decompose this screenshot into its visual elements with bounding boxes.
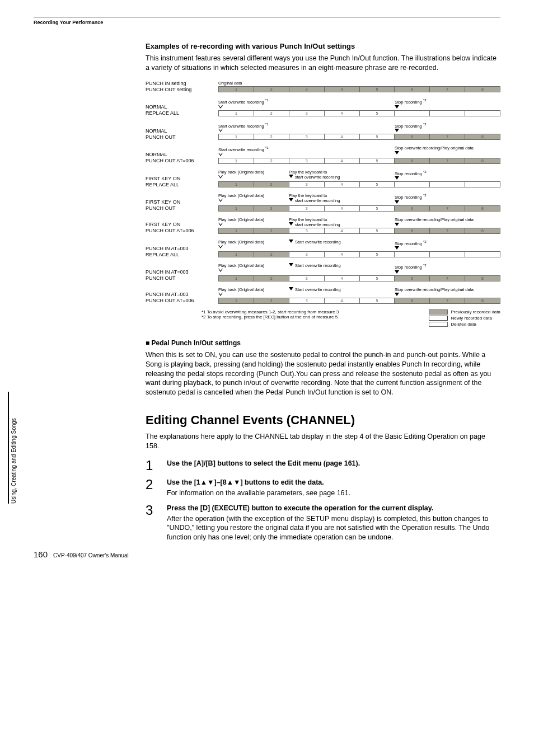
sup: *2 (423, 170, 427, 173)
triangle-down-icon (218, 269, 223, 272)
cap: Start overwrite recording (295, 240, 341, 245)
cap: Stop recording (395, 265, 422, 270)
legend-new-swatch (429, 316, 448, 321)
triangle-down-icon (289, 240, 293, 243)
cap: Stop recording (395, 123, 422, 128)
step3-title: Press the [D] (EXECUTE) button to execut… (167, 504, 500, 513)
legend-prev: Previously recorded data (451, 309, 501, 314)
track-row6: 12345678 (218, 228, 500, 234)
cap: Stop recording (395, 241, 422, 246)
legend-del-swatch (429, 322, 448, 327)
triangle-down-icon (395, 270, 399, 274)
cap: Stop recording (395, 195, 422, 200)
r6-l1: FIRST KEY ON (146, 222, 180, 227)
triangle-down-icon (218, 293, 223, 296)
r6-l2: PUNCH OUT AT=006 (146, 228, 194, 233)
r2-l1: NORMAL (146, 128, 167, 134)
triangle-down-icon (395, 151, 399, 154)
triangle-down-icon (395, 293, 399, 296)
triangle-down-icon (395, 129, 399, 132)
r8-l1: PUNCH IN AT=003 (146, 269, 189, 275)
triangle-down-icon (395, 176, 399, 180)
cap: Play the keyboard to (289, 170, 327, 175)
r7-l2: REPLACE ALL (146, 252, 179, 257)
original-label: Original data (218, 81, 242, 86)
cap: Stop overwrite recording/Play original d… (395, 217, 474, 222)
r1-l2: REPLACE ALL (146, 110, 179, 116)
side-tab-text: Using, Creating and Editing Songs (11, 418, 17, 504)
triangle-down-icon (289, 222, 293, 226)
triangle-down-icon (218, 153, 223, 156)
track-row3: 12345678 (218, 158, 500, 164)
page-number: 160 (34, 550, 48, 559)
cap: Start overwrite recording (218, 147, 264, 152)
pedal-title: ■ Pedal Punch In/Out settings (146, 339, 500, 347)
channel-intro: The explanations here apply to the CHANN… (146, 432, 500, 451)
r9-l1: PUNCH IN AT=003 (146, 292, 189, 297)
r4-l2: REPLACE ALL (146, 182, 179, 187)
triangle-down-icon (218, 245, 223, 248)
intro-body: This instrument features several differe… (146, 54, 500, 73)
triangle-down-icon (218, 199, 223, 202)
punch-diagram: PUNCH IN setting PUNCH OUT setting Origi… (146, 81, 500, 328)
cap: Start overwrite recording (295, 263, 341, 268)
cap: Start overwrite recording (218, 123, 264, 128)
cap: start overwrite recording (295, 175, 340, 180)
step3-body: After the operation (with the exception … (167, 514, 500, 543)
track-original: 12345678 (218, 86, 500, 92)
r2-l2: PUNCH OUT (146, 134, 176, 140)
triangle-down-icon (289, 175, 293, 178)
cap: start overwrite recording (295, 222, 340, 227)
sup: *2 (423, 193, 427, 197)
track-row2: 12345678 (218, 134, 500, 140)
triangle-down-icon (289, 198, 293, 201)
sup: *2 (423, 122, 427, 126)
r3-l2: PUNCH OUT AT=006 (146, 158, 194, 163)
step2-body: For information on the available paramet… (167, 489, 500, 498)
sup: *1 (265, 98, 269, 102)
cap: Start overwrite recording (218, 100, 264, 105)
triangle-down-icon (218, 129, 223, 132)
cap: Play back (Original data) (218, 287, 264, 292)
r5-l2: PUNCH OUT (146, 205, 176, 211)
cap: Play back (Original data) (218, 240, 264, 245)
step1-num: 1 (146, 459, 157, 472)
cap: Start overwrite recording (295, 287, 341, 292)
triangle-down-icon (395, 105, 399, 109)
cap: start overwrite recording (295, 198, 340, 203)
cap: Play back (Original data) (218, 217, 264, 222)
r7-l1: PUNCH IN AT=003 (146, 246, 189, 251)
step1-title: Use the [A]/[B] buttons to select the Ed… (167, 459, 500, 468)
track-row5: 12345678 (218, 205, 500, 212)
triangle-down-icon (289, 287, 293, 290)
pedal-body: When this is set to ON, you can use the … (146, 350, 500, 397)
triangle-down-icon (395, 246, 399, 250)
legend-new: Newly recorded data (451, 316, 492, 321)
dia-col-label1: PUNCH IN setting (146, 81, 186, 86)
footnote1: *1 To avoid overwriting measures 1-2, st… (202, 309, 406, 314)
cap: Stop recording (395, 171, 422, 176)
legend-del: Deleted data (451, 322, 476, 327)
sup: *1 (265, 145, 269, 149)
cap: Stop overwrite recording/Play original d… (395, 145, 474, 151)
track-row1: 12345 (218, 110, 500, 116)
cap: Stop recording (395, 100, 422, 105)
running-header: Recording Your Performance (34, 20, 500, 25)
manual-name: CVP-409/407 Owner's Manual (53, 552, 129, 558)
footnote2: *2 To stop recording, press the [REC] bu… (202, 314, 406, 320)
intro-title: Examples of re-recording with various Pu… (146, 42, 500, 50)
sup: *2 (423, 240, 427, 243)
r9-l2: PUNCH OUT AT=006 (146, 298, 194, 303)
triangle-down-icon (289, 263, 293, 266)
step2-num: 2 (146, 478, 157, 491)
sup: *2 (423, 263, 427, 267)
triangle-down-icon (395, 223, 399, 226)
track-row4: 12345 (218, 181, 500, 187)
channel-title: Editing Channel Events (CHANNEL) (146, 413, 500, 428)
r4-l1: FIRST KEY ON (146, 176, 180, 181)
dia-col-label2: PUNCH OUT setting (146, 87, 191, 92)
triangle-down-icon (218, 105, 223, 109)
sup: *2 (423, 98, 427, 102)
cap: Play back (Original data) (218, 170, 264, 175)
track-row9: 12345678 (218, 298, 500, 304)
